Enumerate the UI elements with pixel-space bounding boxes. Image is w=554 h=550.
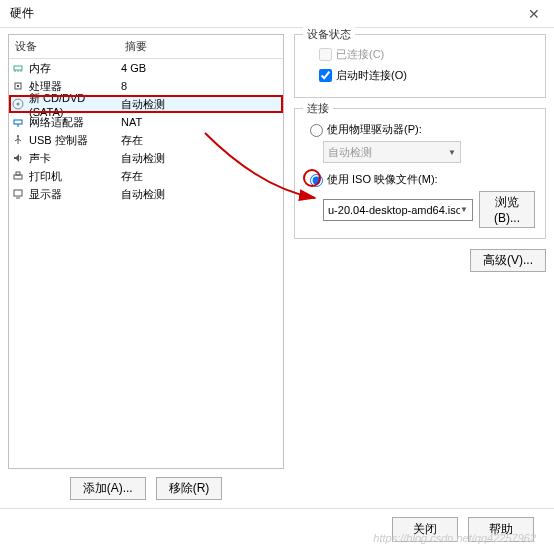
device-row[interactable]: 打印机存在 [9,167,283,185]
svg-point-7 [17,103,20,106]
remove-button[interactable]: 移除(R) [156,477,223,500]
advanced-button[interactable]: 高级(V)... [470,249,546,272]
device-row[interactable]: 声卡自动检测 [9,149,283,167]
device-summary: 8 [121,80,281,92]
printer-icon [11,169,25,183]
device-summary: 存在 [121,169,281,184]
device-summary: 存在 [121,133,281,148]
disc-icon [11,97,25,111]
svg-rect-15 [16,172,20,175]
device-row[interactable]: 内存4 GB [9,59,283,77]
device-name: 打印机 [29,169,121,184]
device-row[interactable]: 显示器自动检测 [9,185,283,203]
col-header-summary: 摘要 [119,35,283,58]
connect-on-power-input[interactable] [319,69,332,82]
connected-checkbox: 已连接(C) [315,45,535,64]
physical-drive-dropdown: 自动检测 ▼ [323,141,461,163]
connection-group: 连接 使用物理驱动器(P): 自动检测 ▼ 使用 ISO 映像文件(M): u-… [294,108,546,239]
close-icon[interactable]: ✕ [522,2,546,26]
cpu-icon [11,79,25,93]
connect-on-power-checkbox[interactable]: 启动时连接(O) [315,66,535,85]
svg-rect-14 [14,175,22,179]
iso-file-radio[interactable]: 使用 ISO 映像文件(M): [305,171,535,187]
device-summary: 自动检测 [121,97,281,112]
device-summary: NAT [121,116,281,128]
device-name: 显示器 [29,187,121,202]
watermark: https://blog.csdn.net/qq42257962 [373,532,536,544]
svg-rect-5 [17,85,19,87]
display-icon [11,187,25,201]
physical-drive-radio-input[interactable] [310,124,323,137]
browse-button[interactable]: 浏览(B)... [479,191,535,228]
device-list[interactable]: 设备 摘要 内存4 GB处理器8新 CD/DVD (SATA)自动检测网络适配器… [8,34,284,469]
iso-file-dropdown[interactable]: u-20.04-desktop-amd64.iso ▼ [323,199,473,221]
device-summary: 自动检测 [121,151,281,166]
group-title-status: 设备状态 [303,27,355,42]
svg-rect-8 [14,120,22,124]
memory-icon [11,61,25,75]
add-button[interactable]: 添加(A)... [70,477,146,500]
device-name: 网络适配器 [29,115,121,130]
connected-checkbox-input [319,48,332,61]
group-title-connection: 连接 [303,101,333,116]
col-header-device: 设备 [9,35,119,58]
svg-rect-0 [14,66,22,70]
dialog-title: 硬件 [10,5,34,22]
iso-file-radio-input[interactable] [310,174,323,187]
device-row[interactable]: 网络适配器NAT [9,113,283,131]
net-icon [11,115,25,129]
device-summary: 4 GB [121,62,281,74]
device-list-panel: 设备 摘要 内存4 GB处理器8新 CD/DVD (SATA)自动检测网络适配器… [8,34,284,500]
usb-icon [11,133,25,147]
device-row[interactable]: USB 控制器存在 [9,131,283,149]
sound-icon [11,151,25,165]
device-name: 新 CD/DVD (SATA) [29,91,121,118]
device-row[interactable]: 新 CD/DVD (SATA)自动检测 [9,95,283,113]
device-status-group: 设备状态 已连接(C) 启动时连接(O) [294,34,546,98]
chevron-down-icon[interactable]: ▼ [460,205,468,214]
svg-rect-16 [14,190,22,196]
device-name: USB 控制器 [29,133,121,148]
device-name: 声卡 [29,151,121,166]
chevron-down-icon: ▼ [448,148,456,157]
device-name: 内存 [29,61,121,76]
physical-drive-radio[interactable]: 使用物理驱动器(P): [305,121,535,137]
device-summary: 自动检测 [121,187,281,202]
